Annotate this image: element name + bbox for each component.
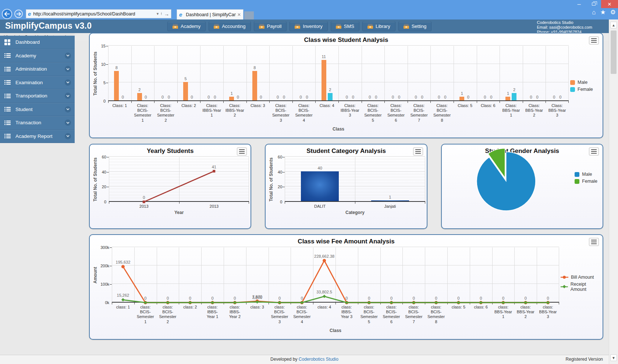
sidebar: DashboardAcademyAdministrationExaminatio… xyxy=(0,36,75,143)
chart-class-wise-fee-amount-analysis: Amount0k100k200k300k195,632000007,870002… xyxy=(90,245,603,333)
close-button[interactable]: ✕ xyxy=(601,0,618,8)
line-series xyxy=(144,171,214,202)
restore-icon xyxy=(592,3,596,6)
data-label: 0 xyxy=(467,95,469,99)
legend-item-female[interactable]: Female xyxy=(570,87,601,92)
footer-company-link[interactable]: Coderobotics Studio xyxy=(299,357,338,362)
home-icon[interactable]: ⌂ xyxy=(592,9,596,15)
scroll-up-icon[interactable]: ▲ xyxy=(610,22,617,28)
chevron-down-icon[interactable] xyxy=(65,133,71,139)
x-tick-label: Class: 3 xyxy=(246,103,270,126)
y-tick-label: 20 xyxy=(102,185,106,189)
x-tick-label: class: 4 xyxy=(313,305,335,328)
data-label: 8 xyxy=(116,65,118,70)
plot-area: 041 xyxy=(109,157,249,202)
data-label: 0 xyxy=(368,296,370,300)
chart-menu-icon[interactable] xyxy=(589,147,599,156)
sidebar-item-label: Administration xyxy=(15,66,47,72)
legend-swatch xyxy=(575,172,579,177)
go-button-icon[interactable]: → xyxy=(164,11,169,17)
favorites-star-icon[interactable]: ★ xyxy=(600,9,606,15)
marker-diamond xyxy=(121,298,125,301)
x-tick-label: Class: 4 xyxy=(315,103,338,126)
x-tick-label: class: BCIS-Semester 5 xyxy=(358,305,380,328)
sidebar-item-academy[interactable]: Academy xyxy=(0,49,75,63)
forward-button[interactable] xyxy=(14,10,23,18)
y-tick-label: 100k xyxy=(100,282,109,286)
chevron-down-icon[interactable] xyxy=(65,66,71,72)
chevron-down-icon[interactable] xyxy=(65,79,71,86)
pie-slice-male[interactable] xyxy=(477,152,536,211)
sidebar-item-student[interactable]: Student xyxy=(0,103,75,117)
sidebar-item-academy-report[interactable]: Academy Report xyxy=(0,130,75,143)
bar-group: 00 xyxy=(200,46,223,100)
y-tick-label: 15 xyxy=(101,44,106,48)
panel-student-category-analysis: Student Category Analysis Total No. of S… xyxy=(265,144,427,229)
compatibility-view-icon[interactable]: ⍿ xyxy=(161,11,162,16)
x-axis-title: Class xyxy=(108,126,569,132)
chart-legend: Bill AmountReceipt Amount xyxy=(561,275,601,292)
chevron-down-icon[interactable] xyxy=(65,93,71,99)
data-label: 0 xyxy=(207,95,210,99)
address-bar[interactable]: e http://localhost/simplifycampus/School… xyxy=(26,9,171,18)
chevron-down-icon[interactable] xyxy=(65,119,71,126)
restore-button[interactable] xyxy=(586,0,601,8)
list-icon xyxy=(4,53,11,58)
sidebar-item-administration[interactable]: Administration xyxy=(0,63,75,76)
sidebar-item-label: Academy xyxy=(15,53,36,58)
legend-item-male[interactable]: Male xyxy=(570,80,601,85)
x-tick-label: class: BBS-Year 2 xyxy=(514,305,537,328)
scroll-down-icon[interactable]: ▼ xyxy=(610,354,617,361)
bar xyxy=(301,171,339,201)
x-tick-label: Class: BCIS-Semester 1 xyxy=(131,103,154,126)
data-label: 0 xyxy=(398,95,400,99)
data-label: 5 xyxy=(185,76,187,81)
chevron-down-icon[interactable] xyxy=(65,106,71,113)
x-axis-labels: DALITJanjati xyxy=(285,204,425,210)
chart-menu-icon[interactable] xyxy=(237,147,247,156)
scrollbar-thumb[interactable] xyxy=(611,31,617,74)
x-tick-label: 2013 xyxy=(179,204,249,210)
legend-item-male[interactable]: Male xyxy=(575,172,597,177)
url-dropdown-icon[interactable]: ▾ xyxy=(157,11,159,16)
chevron-down-icon[interactable] xyxy=(65,53,71,59)
y-tick-label: 200k xyxy=(100,264,109,268)
legend-item-bill-amount[interactable]: Bill Amount xyxy=(561,275,601,280)
chart-class-wise-student-analysis: Total No. of Students0510158020005000108… xyxy=(90,44,603,132)
tab-close-icon[interactable]: ✕ xyxy=(237,12,241,17)
data-label: 0 xyxy=(559,95,561,99)
bar-group: 00 xyxy=(384,46,408,100)
bar-group: 1 xyxy=(355,157,425,201)
settings-gear-icon[interactable]: ⚙ xyxy=(610,9,616,15)
chart-menu-icon[interactable] xyxy=(589,36,599,44)
data-label: 15,262 xyxy=(117,293,129,297)
bar-group: 00 xyxy=(430,46,454,100)
back-button[interactable] xyxy=(2,9,12,19)
bar xyxy=(114,71,119,100)
url-text[interactable]: http://localhost/simplifycampus/School/D… xyxy=(33,11,154,17)
page-scrollbar[interactable]: ▲ ▼ xyxy=(609,19,618,364)
minimize-button[interactable]: ─ xyxy=(572,0,586,8)
new-tab-button[interactable] xyxy=(244,11,254,19)
data-label: 0 xyxy=(536,95,539,99)
legend-item-female[interactable]: Female xyxy=(575,179,597,184)
chart-menu-icon[interactable] xyxy=(589,238,599,246)
sidebar-item-transportation[interactable]: Transportation xyxy=(0,89,75,103)
line-series xyxy=(123,261,548,303)
chart-menu-icon[interactable] xyxy=(413,147,423,156)
data-label: 41 xyxy=(212,165,216,169)
data-label: 8 xyxy=(253,65,256,70)
sidebar-item-dashboard[interactable]: Dashboard xyxy=(0,36,75,49)
sidebar-item-transaction[interactable]: Transaction xyxy=(0,116,75,130)
x-tick-label: class: IBBS-Year 2 xyxy=(224,305,246,328)
plot-area: 195,632000007,87000228,662.3800000000001… xyxy=(112,247,559,303)
bar-group: 00 xyxy=(292,46,316,100)
sidebar-item-examination[interactable]: Examination xyxy=(0,76,75,90)
tab-favicon-icon: e xyxy=(179,11,182,18)
legend-item-receipt-amount[interactable]: Receipt Amount xyxy=(561,282,601,292)
x-tick-label: class: BBS-Year 3 xyxy=(537,305,559,328)
browser-tab[interactable]: e Dashboard | SimplifyCampus ✕ xyxy=(177,9,244,19)
data-label: 0 xyxy=(278,296,281,300)
data-label: 2 xyxy=(513,88,515,92)
data-label: 40 xyxy=(318,166,322,170)
